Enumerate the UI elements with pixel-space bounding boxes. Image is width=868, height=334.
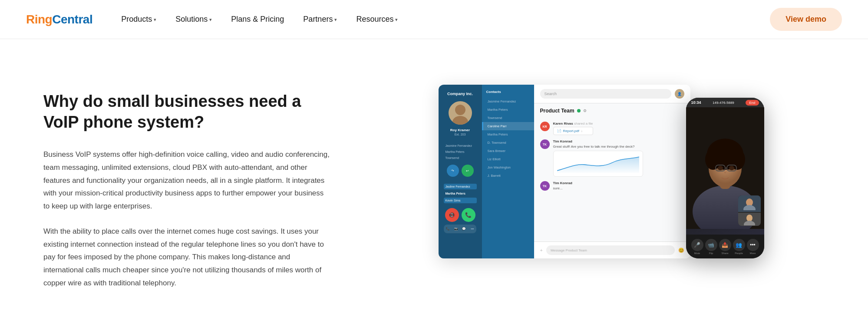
file-size: ↓ (581, 129, 583, 133)
mute-label: Mute (694, 252, 700, 255)
logo-ring: Ring (26, 13, 52, 26)
svg-point-13 (729, 166, 734, 170)
message-sender: Karen Rivas shared a file (553, 122, 593, 126)
app-chat-header: Search 👤 (534, 85, 690, 103)
chevron-down-icon: ▾ (395, 17, 398, 23)
svg-point-18 (746, 215, 752, 222)
message-avatar: KR (540, 122, 550, 131)
paragraph-2: With the ability to place calls over the… (43, 225, 330, 290)
nav-item-partners[interactable]: Partners ▾ (295, 10, 345, 28)
forward-button[interactable]: ↷ (447, 165, 459, 177)
more-icon: ••• (470, 227, 475, 231)
more-options-button[interactable]: ••• More (747, 239, 759, 255)
header: Ring Central Products ▾ Solutions ▾ Plan… (0, 0, 868, 39)
app-sidebar-contacts: Jasmine Fernandez Martha Peters Townsend (442, 143, 479, 161)
view-demo-button[interactable]: View demo (770, 8, 842, 31)
app-messages: KR Karen Rivas shared a file 📄 Report.pd… (534, 118, 690, 241)
chart-widget (553, 151, 643, 177)
nav-label-solutions: Solutions (175, 15, 208, 24)
app-chat-panel: Search 👤 Product Team ⚙ KR Karen (534, 85, 690, 258)
list-item: Kevin Sims (444, 198, 477, 203)
nav-label-products: Products (121, 15, 152, 24)
list-item: Caroline Parr (482, 122, 534, 130)
list-item: J. Barrett (482, 172, 534, 180)
svg-point-1 (452, 116, 468, 125)
share-icon: 📤 (719, 239, 731, 251)
pip-person-2 (741, 213, 758, 225)
mockup-container: Company Inc. Roy Kramer Ext. 203 Jasmine… (426, 80, 764, 306)
microphone-icon: 🎤 (691, 239, 703, 251)
search-placeholder: Search (545, 92, 557, 96)
nav-item-resources[interactable]: Resources ▾ (348, 10, 406, 28)
phone-pip-window (738, 195, 761, 226)
list-item: Sara Brewer (482, 147, 534, 155)
file-icon: 📄 (557, 129, 561, 133)
nav-item-plans[interactable]: Plans & Pricing (223, 10, 292, 28)
list-item: Jasmine Fernandez (482, 97, 534, 106)
nav-item-solutions[interactable]: Solutions ▾ (168, 10, 220, 28)
nav-item-products[interactable]: Products ▾ (113, 10, 164, 28)
logo[interactable]: Ring Central (26, 13, 92, 26)
message-avatar: TK (540, 139, 550, 149)
app-team-header: Product Team ⚙ (534, 103, 690, 118)
list-item: Townsend (482, 114, 534, 122)
team-name: Product Team (540, 108, 574, 114)
phone-screen (686, 107, 764, 235)
app-sidebar: Company Inc. Roy Kramer Ext. 203 Jasmine… (439, 85, 482, 258)
video-icon: 📷 (454, 227, 459, 231)
decline-answer-buttons: 📵 📞 (445, 208, 475, 222)
nav-label-plans: Plans & Pricing (231, 15, 284, 24)
reply-button[interactable]: ↩ (462, 165, 474, 177)
chat-icon: 💬 (462, 227, 467, 231)
message-row: TK Tim Konrad Great stuff! Are you free … (540, 139, 684, 177)
participants-label: People (735, 252, 743, 255)
phone-controls: 🎤 Mute 📹 Flip 📤 Share 👥 People (686, 235, 764, 258)
participants-button[interactable]: 👥 People (733, 239, 745, 255)
logo-central: Central (52, 13, 92, 26)
chevron-down-icon: ▾ (334, 17, 337, 23)
message-sender: Tim Konrad (553, 139, 643, 143)
answer-button[interactable]: 📞 (462, 208, 475, 222)
plus-icon[interactable]: + (540, 248, 543, 253)
participants-icon: 👥 (733, 239, 745, 251)
emoji-icon[interactable]: 😊 (678, 248, 684, 253)
pip-top (738, 195, 761, 212)
page-heading: Why do small businesses need a VoIP phon… (43, 91, 330, 132)
pip-bottom (738, 213, 761, 226)
list-item: Jasline Fernandez (444, 184, 477, 189)
flip-video-button[interactable]: 📹 Flip (705, 239, 717, 255)
message-input-placeholder: Message Product Team (551, 248, 587, 252)
content-right: Company Inc. Roy Kramer Ext. 203 Jasmine… (347, 74, 842, 313)
decline-button[interactable]: 📵 (445, 208, 459, 222)
header-cta: View demo (770, 8, 842, 31)
message-input-box[interactable]: Message Product Team (546, 245, 675, 255)
content-left: Why do small businesses need a VoIP phon… (43, 74, 330, 302)
more-icon: ••• (747, 239, 759, 251)
app-search-bar[interactable]: Search (540, 89, 671, 99)
message-input-area: + Message Product Team 😊 (534, 241, 690, 258)
message-row: KR Karen Rivas shared a file 📄 Report.pd… (540, 122, 684, 135)
phone-time: 10:34 (691, 100, 701, 105)
app-user-avatar-small: 👤 (675, 89, 684, 99)
message-text: sure... (553, 186, 572, 191)
nav-label-partners: Partners (303, 15, 333, 24)
paragraph-1: Business VoIP systems offer high-definit… (43, 148, 330, 213)
list-item: Jasmine Fernandez (444, 143, 477, 149)
app-user-ext: Ext. 203 (455, 133, 466, 136)
svg-point-0 (455, 105, 465, 115)
contacts-panel-header: Contacts (482, 88, 534, 97)
chevron-down-icon: ▾ (209, 17, 212, 23)
svg-point-12 (718, 166, 723, 170)
message-avatar: TK (540, 181, 550, 191)
phone-end-button[interactable]: End (746, 100, 759, 106)
mute-button[interactable]: 🎤 Mute (691, 239, 703, 255)
pip-person-1 (741, 197, 758, 210)
phone-icon: 📞 (446, 227, 450, 231)
list-item: Martha Peters (482, 130, 534, 139)
list-item: Townsend (444, 155, 477, 161)
share-screen-button[interactable]: 📤 Share (719, 239, 731, 255)
app-user-name: Roy Kramer (450, 128, 470, 132)
message-sender: Tim Konrad (553, 181, 572, 185)
main-content: Why do small businesses need a VoIP phon… (0, 39, 868, 334)
list-item: D. Townsend (482, 139, 534, 147)
